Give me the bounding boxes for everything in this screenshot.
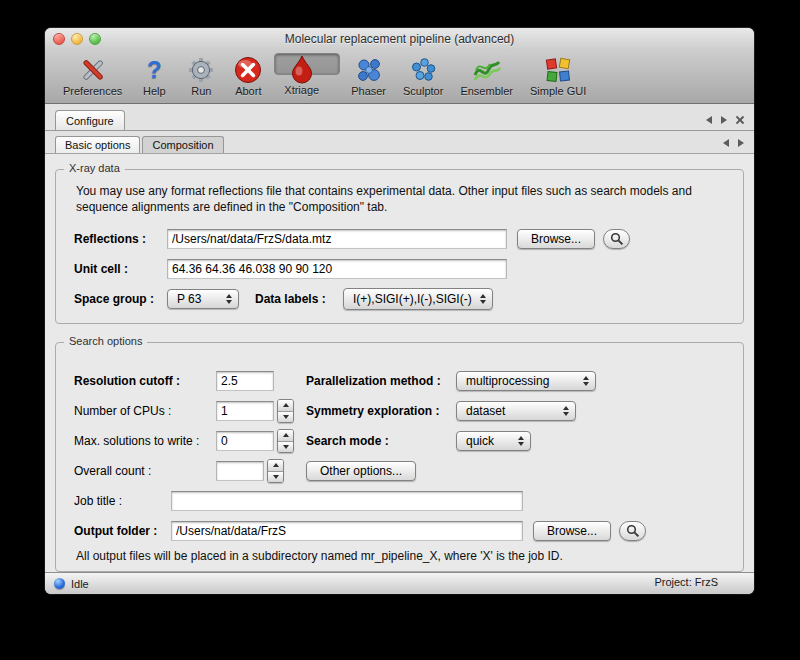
data-labels-label: Data labels : [255,292,343,306]
minimize-window-button[interactable] [71,33,83,45]
stepper-up-icon[interactable] [278,430,293,442]
stepper-down-icon[interactable] [278,442,293,453]
tab-composition-label: Composition [152,139,213,151]
symmetry-exploration-select[interactable]: dataset [456,401,576,421]
select-arrows-icon [226,294,232,304]
sculptor-molecule-icon [408,55,438,85]
tab-scroll-right-icon[interactable] [721,116,727,124]
resolution-cutoff-input[interactable] [216,371,274,391]
abort-icon [233,55,263,85]
reflections-browse-button[interactable]: Browse... [517,229,595,249]
resolution-row: Resolution cutoff : Parallelization meth… [74,369,725,393]
status-text: Idle [71,578,89,590]
tab-scroll-left-icon[interactable] [706,116,712,124]
max-solutions-label: Max. solutions to write : [74,434,216,448]
stepper-up-icon[interactable] [268,460,283,472]
toolbar-item-label: Phaser [351,85,386,97]
max-solutions-stepper[interactable] [277,429,294,453]
tab-basic-options-label: Basic options [65,139,130,151]
output-folder-input[interactable] [171,521,523,541]
toolbar-item-run[interactable]: Run [180,53,222,98]
output-note: All output files will be placed in a sub… [76,549,723,563]
toolbar-item-ensembler[interactable]: Ensembler [454,53,519,98]
stepper-down-icon[interactable] [268,472,283,483]
tab-close-icon[interactable] [736,116,744,124]
reflections-row: Reflections : Browse... [74,227,725,251]
simple-gui-icon [543,55,573,85]
toolbar-item-sculptor[interactable]: Sculptor [397,53,449,98]
reflections-input[interactable] [167,229,507,249]
output-folder-browse-button[interactable]: Browse... [533,521,611,541]
toolbar-item-label: Preferences [63,85,122,97]
overall-count-input[interactable] [216,461,264,481]
notebook-tab-controls [723,139,744,153]
space-group-row: Space group : P 63 Data labels : I(+),SI… [74,287,725,311]
toolbar-item-label: Xtriage [284,84,319,96]
window-controls [53,33,101,45]
phaser-molecule-icon [354,55,384,85]
toolbar-item-label: Simple GUI [530,85,586,97]
notebook-scroll-left-icon[interactable] [723,139,729,147]
space-group-select[interactable]: P 63 [167,289,239,309]
ensembler-ribbon-icon [472,55,502,85]
tab-configure-label: Configure [66,115,114,127]
job-title-row: Job title : [74,489,725,513]
toolbar-item-label: Run [191,85,211,97]
overall-count-stepper[interactable] [267,459,284,483]
run-gear-icon [186,55,216,85]
search-mode-select[interactable]: quick [456,431,531,451]
symmetry-exploration-value: dataset [466,404,505,418]
select-arrows-icon [583,376,589,386]
preferences-icon [78,55,108,85]
toolbar-item-label: Abort [235,85,261,97]
cpus-stepper[interactable] [277,399,294,423]
output-folder-label: Output folder : [74,524,171,538]
main-toolbar: Preferences ? Help Run [45,50,754,104]
job-title-label: Job title : [74,494,171,508]
max-solutions-row: Max. solutions to write : Search mode : … [74,429,725,453]
job-title-input[interactable] [171,491,523,511]
output-folder-view-button[interactable] [619,521,646,541]
overall-count-row: Overall count : Other options... [74,459,725,483]
close-window-button[interactable] [53,33,65,45]
toolbar-item-xtriage[interactable]: Xtriage [274,53,340,75]
notebook-tab-bar: Basic options Composition [45,131,754,154]
number-of-cpus-input[interactable] [216,401,274,421]
symmetry-exploration-label: Symmetry exploration : [306,404,456,418]
select-arrows-icon [480,294,486,304]
xtriage-drop-icon [287,54,317,84]
unit-cell-input[interactable] [167,259,507,279]
select-arrows-icon [563,406,569,416]
toolbar-item-abort[interactable]: Abort [227,53,269,98]
stepper-up-icon[interactable] [278,400,293,412]
search-options-group: Search options Resolution cutoff : Paral… [55,342,744,572]
data-labels-select[interactable]: I(+),SIGI(+),I(-),SIGI(-) [343,288,493,310]
help-icon: ? [139,55,169,85]
xray-data-group: X-ray data You may use any format reflec… [55,169,744,324]
reflections-label: Reflections : [74,232,167,246]
tab-basic-options[interactable]: Basic options [55,136,140,153]
parallelization-method-select[interactable]: multiprocessing [456,371,596,391]
toolbar-item-preferences[interactable]: Preferences [57,53,128,98]
toolbar-item-phaser[interactable]: Phaser [345,53,392,98]
other-options-button[interactable]: Other options... [306,461,416,481]
zoom-window-button[interactable] [89,33,101,45]
search-mode-label: Search mode : [306,434,456,448]
xray-description: You may use any format reflections file … [76,184,723,215]
stepper-down-icon[interactable] [278,412,293,423]
space-group-label: Space group : [74,292,167,306]
resolution-cutoff-label: Resolution cutoff : [74,374,216,388]
toolbar-item-simple-gui[interactable]: Simple GUI [524,53,592,98]
max-solutions-input[interactable] [216,431,274,451]
parallelization-method-label: Parallelization method : [306,374,456,388]
reflections-view-button[interactable] [603,229,630,249]
toolbar-item-label: Help [143,85,166,97]
toolbar-item-help[interactable]: ? Help [133,53,175,98]
tab-composition[interactable]: Composition [142,136,223,153]
title-bar: Molecular replacement pipeline (advanced… [45,28,754,50]
toolbar-item-label: Ensembler [460,85,513,97]
search-mode-value: quick [466,434,494,448]
notebook-scroll-right-icon[interactable] [738,139,744,147]
tab-configure[interactable]: Configure [55,110,125,130]
magnifier-icon [626,524,640,538]
